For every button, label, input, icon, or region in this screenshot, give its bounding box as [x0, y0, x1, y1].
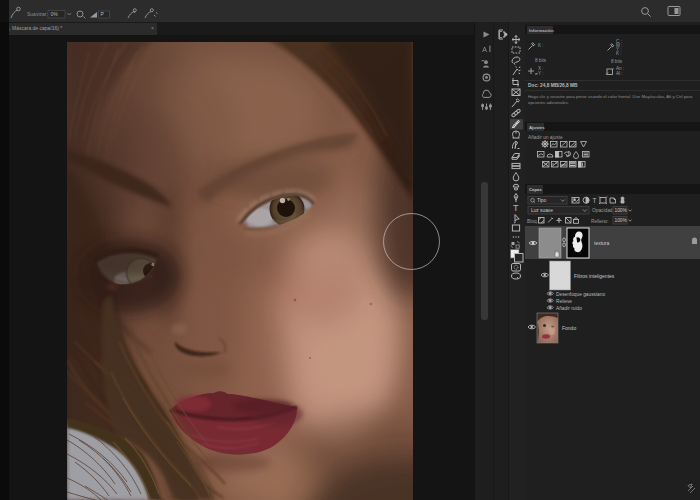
svg-text:Y :: Y :	[538, 71, 544, 76]
svg-text:K :: K :	[616, 51, 622, 56]
svg-text:8 bits: 8 bits	[535, 58, 547, 63]
svg-text:Relieve: Relieve	[556, 299, 572, 304]
svg-text:Relleno:: Relleno:	[591, 219, 609, 224]
svg-text:Suavizar:: Suavizar:	[27, 11, 48, 17]
svg-text:0%: 0%	[51, 11, 59, 17]
svg-text:Añadir ruido: Añadir ruido	[556, 306, 582, 311]
svg-text:8 bits: 8 bits	[611, 59, 623, 64]
svg-text:Fondo: Fondo	[562, 325, 576, 331]
svg-text:Luz suave: Luz suave	[531, 208, 553, 213]
svg-text:opciones adicionales.: opciones adicionales.	[528, 100, 569, 105]
svg-text:K :: K :	[538, 43, 544, 48]
svg-text:Filtros inteligentes: Filtros inteligentes	[574, 273, 615, 279]
svg-text:100%: 100%	[615, 218, 628, 223]
svg-text:Doc: 24,8 MB/26,8 MB: Doc: 24,8 MB/26,8 MB	[528, 83, 578, 88]
svg-text:Añadir un ajuste: Añadir un ajuste	[528, 135, 563, 140]
svg-text:Haga clic y arrastre para pint: Haga clic y arrastre para pintar usando …	[528, 94, 693, 99]
svg-text:T: T	[513, 203, 519, 213]
svg-text:textura: textura	[594, 240, 610, 246]
svg-text:Tipo: Tipo	[537, 198, 546, 203]
svg-text:Opacidad:: Opacidad:	[592, 208, 614, 213]
svg-text:100%: 100%	[615, 208, 628, 213]
svg-text:Desenfoque gaussiano: Desenfoque gaussiano	[556, 292, 605, 297]
svg-text:Bloq.:: Bloq.:	[527, 219, 539, 224]
svg-text:T: T	[593, 197, 597, 204]
svg-text:A: A	[482, 46, 487, 53]
svg-text:Al :: Al :	[616, 71, 623, 76]
